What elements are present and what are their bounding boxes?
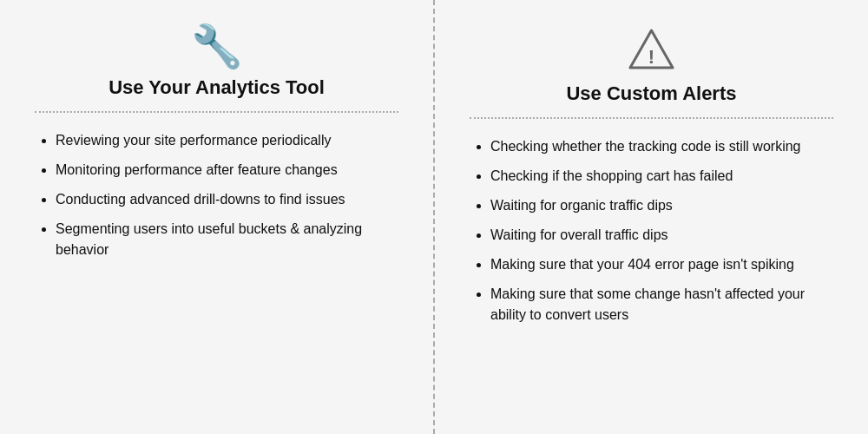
- right-bullet-list: Checking whether the tracking code is st…: [470, 136, 833, 326]
- left-panel-title: Use Your Analytics Tool: [35, 76, 398, 99]
- list-item: Making sure that some change hasn't affe…: [490, 284, 833, 326]
- alert-icon-area: !: [470, 26, 833, 74]
- list-item: Reviewing your site performance periodic…: [56, 130, 398, 151]
- list-item: Waiting for overall traffic dips: [490, 225, 833, 246]
- list-item: Making sure that your 404 error page isn…: [490, 254, 833, 275]
- svg-text:!: !: [648, 46, 654, 68]
- list-item: Conducting advanced drill-downs to find …: [56, 189, 398, 210]
- right-panel-title: Use Custom Alerts: [470, 82, 833, 105]
- list-item: Segmenting users into useful buckets & a…: [56, 219, 398, 260]
- right-divider: [470, 117, 833, 119]
- left-divider: [35, 111, 398, 113]
- wrench-icon-area: 🔧: [35, 26, 398, 68]
- list-item: Waiting for organic traffic dips: [490, 195, 833, 216]
- left-bullet-list: Reviewing your site performance periodic…: [35, 130, 398, 260]
- list-item: Monitoring performance after feature cha…: [56, 160, 398, 181]
- list-item: Checking whether the tracking code is st…: [490, 136, 833, 157]
- left-panel: 🔧 Use Your Analytics Tool Reviewing your…: [0, 0, 433, 434]
- list-item: Checking if the shopping cart has failed: [490, 166, 833, 187]
- alert-icon: !: [628, 26, 675, 74]
- wrench-unicode: 🔧: [191, 26, 243, 68]
- right-panel: ! Use Custom Alerts Checking whether the…: [435, 0, 868, 434]
